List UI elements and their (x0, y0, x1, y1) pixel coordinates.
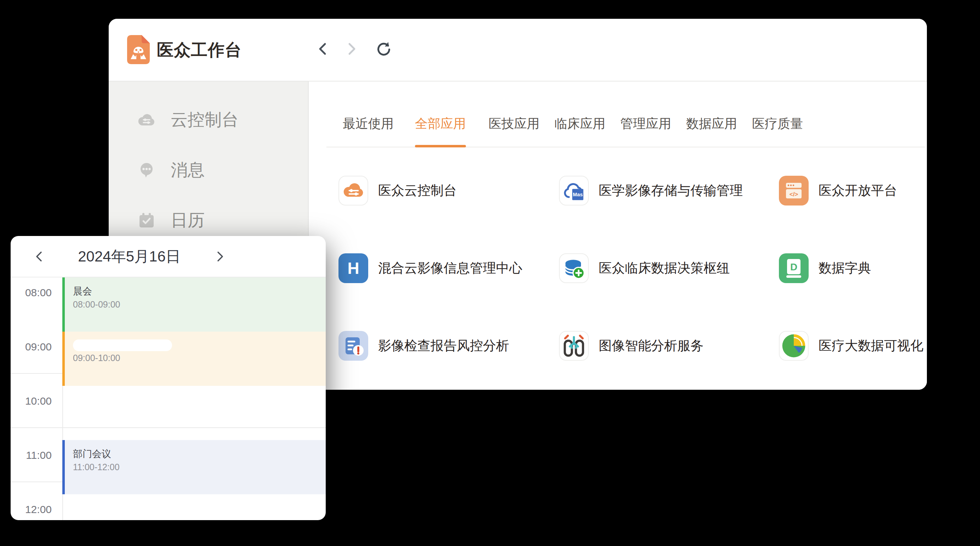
event-time: 08:00-09:00 (73, 299, 326, 310)
cloud-settings-icon (138, 112, 155, 128)
calendar-header: 2024年5月16日 (11, 236, 326, 278)
app-hybrid-cloud-center[interactable]: H 混合云影像信息管理中心 (339, 253, 522, 283)
event-accent-bar (62, 332, 65, 386)
event-accent-bar (62, 440, 65, 494)
report-alert-icon (339, 331, 368, 361)
tab-management[interactable]: 管理应用 (620, 115, 671, 147)
sidebar-item-label: 消息 (171, 159, 205, 181)
hour-gridline (11, 427, 326, 428)
time-label: 08:00 (11, 287, 52, 299)
time-label: 12:00 (11, 503, 52, 516)
calendar-date: 2024年5月16日 (57, 247, 202, 267)
calendar-body: 08:00 09:00 10:00 11:00 12:00 晨会 08:00-0… (11, 278, 326, 520)
tab-medtech[interactable]: 医技应用 (488, 115, 539, 147)
app-pacs[interactable]: Mas 医学影像存储与传输管理 (559, 176, 743, 206)
app-label: 影像检查报告风控分析 (378, 337, 509, 354)
event-title: 晨会 (73, 285, 326, 297)
svg-text:Mas: Mas (573, 192, 583, 197)
event-title-placeholder (73, 339, 172, 351)
calendar-prev-button[interactable] (33, 249, 47, 263)
calendar-panel: 2024年5月16日 08:00 09:00 10:00 11:00 12:00… (11, 236, 326, 520)
database-plus-icon (559, 253, 589, 283)
svg-text:H: H (347, 259, 359, 278)
app-clinical-data-hub[interactable]: 医众临床数据决策枢纽 (559, 253, 730, 283)
app-cloud-console[interactable]: 医众云控制台 (339, 176, 457, 206)
app-grid: 医众云控制台 Mas 医学影像存储与传输管理 (309, 148, 927, 390)
sidebar-item-messages[interactable]: 消息 (109, 153, 308, 187)
app-label: 医学影像存储与传输管理 (599, 182, 743, 200)
app-label: 医众临床数据决策枢纽 (599, 259, 730, 277)
app-image-ai-service[interactable]: 图像智能分析服务 (559, 331, 703, 361)
forward-button[interactable] (344, 41, 359, 57)
app-label: 图像智能分析服务 (599, 337, 703, 354)
refresh-button[interactable] (375, 41, 390, 57)
sidebar-item-calendar[interactable]: 日历 (109, 203, 308, 237)
time-label: 10:00 (11, 395, 52, 407)
svg-text:</>: </> (789, 191, 799, 198)
tab-recent[interactable]: 最近使用 (343, 115, 394, 147)
tab-all-apps[interactable]: 全部应用 (415, 115, 466, 147)
tab-data[interactable]: 数据应用 (686, 115, 737, 147)
message-bubble-icon (138, 162, 155, 178)
app-label: 混合云影像信息管理中心 (378, 259, 522, 277)
calendar-check-icon (138, 212, 155, 228)
app-logo-icon (127, 35, 150, 64)
app-label: 数据字典 (819, 259, 871, 277)
main-content: 最近使用 全部应用 医技应用 临床应用 管理应用 数据应用 医疗质量 (309, 81, 927, 390)
app-label: 医众开放平台 (819, 182, 897, 200)
app-label: 医众云控制台 (378, 182, 457, 200)
event-time: 09:00-10:00 (73, 353, 326, 363)
lungs-icon (559, 331, 589, 361)
sidebar-item-label: 云控制台 (171, 109, 239, 131)
back-button[interactable] (315, 41, 331, 57)
green-dictionary-icon: D (779, 253, 809, 283)
app-report-risk-analysis[interactable]: 影像检查报告风控分析 (339, 331, 509, 361)
svg-text:D: D (790, 262, 797, 273)
event-accent-bar (62, 278, 65, 332)
app-tabs: 最近使用 全部应用 医技应用 临床应用 管理应用 数据应用 医疗质量 (326, 81, 925, 147)
app-data-dictionary[interactable]: D 数据字典 (779, 253, 871, 283)
calendar-event-department-meeting[interactable]: 部门会议 11:00-12:00 (62, 440, 326, 494)
event-title: 部门会议 (73, 448, 326, 460)
orange-cloud-sliders-icon (339, 176, 368, 206)
calendar-event-morning-meeting[interactable]: 晨会 08:00-09:00 (62, 278, 326, 332)
blue-h-icon: H (339, 253, 368, 283)
window-title: 医众工作台 (157, 39, 242, 61)
blue-cloud-box-icon: Mas (559, 176, 589, 206)
window-header: 医众工作台 (109, 19, 927, 81)
calendar-event-redacted[interactable]: 09:00-10:00 (62, 332, 326, 386)
orange-code-window-icon: </> (779, 176, 809, 206)
app-label: 医疗大数据可视化 (819, 337, 923, 354)
calendar-next-button[interactable] (212, 249, 227, 263)
sidebar-item-cloud-console[interactable]: 云控制台 (109, 103, 308, 137)
tab-quality[interactable]: 医疗质量 (752, 115, 803, 147)
tab-clinical[interactable]: 临床应用 (554, 115, 605, 147)
event-time: 11:00-12:00 (73, 462, 326, 472)
app-bigdata-visualization[interactable]: 医疗大数据可视化 (779, 331, 923, 361)
sidebar-item-label: 日历 (171, 209, 205, 232)
time-label: 11:00 (11, 449, 52, 461)
time-label: 09:00 (11, 341, 52, 353)
app-open-platform[interactable]: </> 医众开放平台 (779, 176, 897, 206)
pie-chart-icon (779, 331, 809, 361)
